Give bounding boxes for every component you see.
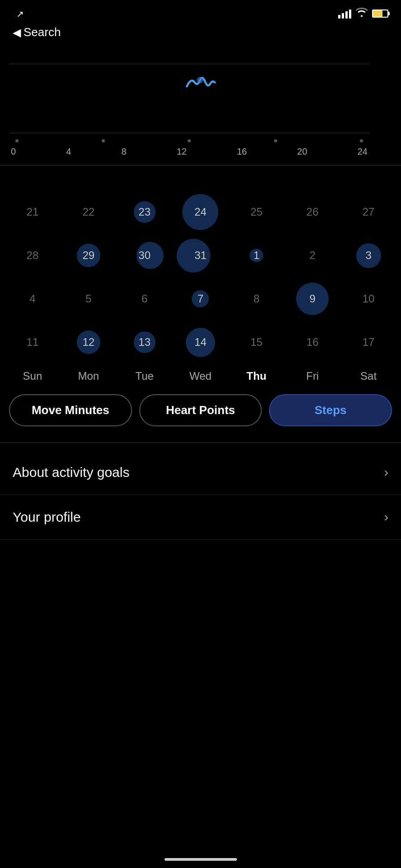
cal-day-number: 30 (138, 249, 151, 262)
location-icon: ↗ (16, 9, 24, 19)
calendar-day-13[interactable]: 13 (117, 322, 173, 363)
calendar-day-24[interactable]: 24 (173, 192, 229, 232)
calendar-day-9[interactable]: 9 (284, 278, 340, 319)
cal-day-number: 17 (363, 336, 375, 349)
cal-day-number: 13 (138, 336, 151, 349)
cal-day-number: 12 (82, 336, 94, 349)
chart-line-mid (9, 133, 369, 133)
wifi-icon (356, 8, 368, 19)
calendar-day-29[interactable]: 29 (61, 235, 117, 276)
menu-chevron-about-activity-goals: › (384, 465, 388, 480)
calendar-day-5[interactable]: 5 (61, 278, 117, 319)
calendar-day-21[interactable]: 21 (5, 192, 61, 232)
calendar-day-12[interactable]: 12 (61, 322, 117, 363)
calendar-day-4[interactable]: 4 (5, 278, 61, 319)
cal-day-number: 28 (27, 249, 39, 262)
home-indicator (165, 858, 237, 861)
calendar-day-16[interactable]: 16 (284, 322, 340, 363)
calendar-day-8[interactable]: 8 (228, 278, 284, 319)
signal-bars (338, 9, 351, 19)
chart-dots (9, 139, 369, 142)
cal-day-number: 24 (194, 206, 207, 218)
nav-search-label[interactable]: Search (24, 25, 61, 39)
day-label-mon: Mon (61, 367, 117, 385)
activity-btn-steps[interactable]: Steps (269, 394, 392, 426)
nav-back-arrow[interactable]: ◀ (13, 26, 21, 39)
calendar-day-6[interactable]: 6 (117, 278, 173, 319)
status-bar: ↗ (0, 0, 401, 24)
nav-search[interactable]: ◀ Search (0, 24, 401, 44)
calendar-day-17[interactable]: 17 (340, 322, 396, 363)
date-range-section (0, 169, 401, 192)
calendar-day-26[interactable]: 26 (284, 192, 340, 232)
day-label-fri: Fri (284, 367, 340, 385)
cal-day-number: 14 (194, 336, 207, 349)
menu-item-label-about-activity-goals: About activity goals (13, 465, 129, 480)
cal-day-number: 22 (82, 206, 94, 218)
cal-day-number: 10 (363, 292, 375, 305)
cal-day-number: 11 (27, 336, 39, 349)
menu-item-about-activity-goals[interactable]: About activity goals› (0, 450, 401, 495)
divider-chart (0, 165, 401, 165)
cal-day-number: 15 (250, 336, 263, 349)
menu-chevron-your-profile: › (384, 510, 388, 524)
chart-x-labels: 0 4 8 12 16 20 24 (9, 146, 369, 157)
fit-logo (185, 71, 217, 95)
cal-day-number: 1 (254, 249, 259, 262)
battery-icon (372, 9, 388, 18)
cal-day-number: 27 (363, 206, 375, 218)
cal-day-number: 23 (138, 206, 151, 218)
calendar-day-7[interactable]: 7 (173, 278, 229, 319)
calendar-day-22[interactable]: 22 (61, 192, 117, 232)
cal-day-number: 31 (194, 249, 207, 262)
page-header (0, 44, 401, 57)
cal-day-number: 21 (27, 206, 39, 218)
cal-day-number: 6 (142, 292, 147, 305)
calendar-day-28[interactable]: 28 (5, 235, 61, 276)
cal-day-number: 8 (254, 292, 259, 305)
activity-chart: 0 4 8 12 16 20 24 (0, 57, 401, 161)
activity-btn-heart-points[interactable]: Heart Points (139, 394, 262, 426)
calendar-day-14[interactable]: 14 (173, 322, 229, 363)
day-label-sun: Sun (5, 367, 61, 385)
calendar-day-3[interactable]: 3 (340, 235, 396, 276)
day-label-tue: Tue (117, 367, 173, 385)
calendar-day-2[interactable]: 2 (284, 235, 340, 276)
cal-day-number: 26 (307, 206, 319, 218)
chart-line-top (9, 64, 369, 64)
menu-item-label-your-profile: Your profile (13, 509, 81, 525)
day-label-sat: Sat (340, 367, 396, 385)
cal-day-number: 25 (250, 206, 263, 218)
calendar-day-1[interactable]: 1 (228, 235, 284, 276)
cal-day-number: 2 (310, 249, 316, 262)
calendar-day-10[interactable]: 10 (340, 278, 396, 319)
svg-point-0 (197, 77, 203, 83)
menu-section: About activity goals›Your profile› (0, 450, 401, 540)
cal-day-number: 3 (365, 249, 371, 262)
day-label-thu: Thu (228, 367, 284, 385)
calendar-day-23[interactable]: 23 (117, 192, 173, 232)
calendar-day-11[interactable]: 11 (5, 322, 61, 363)
day-label-wed: Wed (173, 367, 229, 385)
calendar-day-27[interactable]: 27 (340, 192, 396, 232)
activity-btn-move-minutes[interactable]: Move Minutes (9, 394, 132, 426)
calendar-day-30[interactable]: 30 (117, 235, 173, 276)
cal-day-number: 4 (29, 292, 35, 305)
calendar-grid: 2122232425262728293031123456789101112131… (0, 192, 401, 363)
cal-day-number: 16 (307, 336, 319, 349)
day-labels-row: SunMonTueWedThuFriSat (0, 367, 401, 385)
status-icons (338, 8, 388, 19)
cal-day-number: 7 (198, 292, 203, 305)
menu-item-your-profile[interactable]: Your profile› (0, 495, 401, 540)
cal-day-number: 5 (85, 292, 91, 305)
cal-day-number: 9 (310, 292, 316, 305)
activity-buttons: Move MinutesHeart PointsSteps (0, 390, 401, 435)
cal-day-number: 29 (82, 249, 94, 262)
calendar-day-25[interactable]: 25 (228, 192, 284, 232)
calendar-day-31[interactable]: 31 (173, 235, 229, 276)
calendar-day-15[interactable]: 15 (228, 322, 284, 363)
divider-menu (0, 443, 401, 443)
